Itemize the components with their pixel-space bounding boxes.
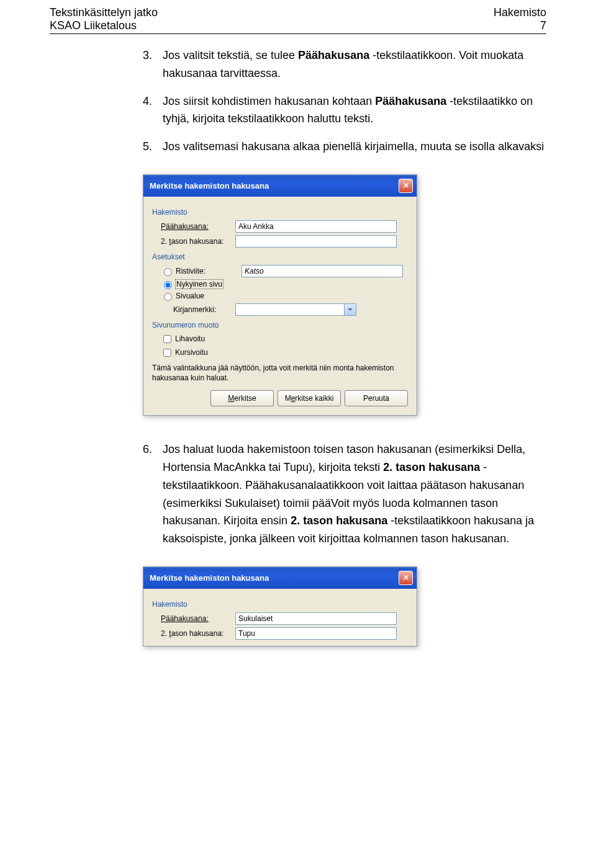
- combo-dropdown-button[interactable]: [344, 304, 356, 315]
- label-crossref: Ristiviite:: [176, 267, 242, 275]
- list-num-4: 4.: [143, 92, 163, 128]
- section-index: Hakemisto: [152, 208, 408, 217]
- bookmark-input[interactable]: [236, 304, 344, 315]
- close-button-2[interactable]: ✕: [399, 571, 413, 585]
- label-italic: Kursivoitu: [175, 348, 208, 357]
- list-item-3: 3. Jos valitsit tekstiä, se tulee Päähak…: [143, 47, 546, 83]
- label-second-entry-2: 2. tason hakusana:: [161, 629, 235, 638]
- dialog-description: Tämä valintaikkuna jää näyttöön, jotta v…: [152, 364, 408, 383]
- radio-page-range[interactable]: [164, 293, 172, 301]
- label-main-entry: Päähakusana:: [161, 222, 235, 231]
- dialog-title: Merkitse hakemiston hakusana: [150, 181, 269, 190]
- label-main-entry-2: Päähakusana:: [161, 614, 235, 623]
- list-num-6: 6.: [143, 441, 163, 548]
- label-current-page: Nykyinen sivu: [176, 280, 223, 289]
- header-right-2: 7: [494, 19, 546, 32]
- second-entry-input-2[interactable]: [235, 627, 397, 640]
- label-second-entry: 2. tason hakusana:: [161, 237, 235, 246]
- t4a: Jos siirsit kohdistimen hakusanan kohtaa…: [163, 95, 375, 107]
- checkbox-bold[interactable]: [163, 335, 171, 343]
- t4b: Päähakusana: [375, 95, 446, 107]
- t5: Jos valitsemasi hakusana alkaa pienellä …: [163, 138, 546, 156]
- bookmark-combo[interactable]: [235, 303, 356, 316]
- header-right-1: Hakemisto: [494, 6, 546, 19]
- list-num-5: 5.: [143, 138, 163, 156]
- close-icon-2: ✕: [403, 573, 409, 582]
- t6d: 2. tason hakusana: [291, 514, 387, 527]
- list-num-3: 3.: [143, 47, 163, 83]
- main-entry-input[interactable]: [235, 220, 397, 233]
- t3a: Jos valitsit tekstiä, se tulee: [163, 49, 298, 61]
- chevron-down-icon: [348, 308, 353, 311]
- radio-crossref[interactable]: [164, 268, 172, 276]
- radio-current-page[interactable]: [164, 281, 172, 289]
- dialog2-title: Merkitse hakemiston hakusana: [150, 573, 269, 583]
- label-bookmark: Kirjanmerkki:: [173, 305, 235, 314]
- section-pagenum: Sivunumeron muoto: [152, 321, 408, 329]
- crossref-input[interactable]: [242, 265, 403, 277]
- mark-button[interactable]: Merkitse: [210, 390, 274, 406]
- dialog2-titlebar: Merkitse hakemiston hakusana ✕: [143, 567, 417, 589]
- cancel-button[interactable]: Peruuta: [345, 390, 408, 406]
- section-settings: Asetukset: [152, 253, 408, 261]
- main-entry-input-2[interactable]: [235, 612, 397, 625]
- mark-index-entry-dialog-2: Merkitse hakemiston hakusana ✕ Hakemisto…: [143, 566, 417, 647]
- checkbox-italic[interactable]: [163, 349, 171, 357]
- page-header: Tekstinkäsittelyn jatko KSAO Liiketalous…: [50, 0, 546, 34]
- close-button[interactable]: ✕: [399, 179, 413, 193]
- mark-index-entry-dialog: Merkitse hakemiston hakusana ✕ Hakemisto…: [143, 174, 417, 416]
- second-entry-input[interactable]: [235, 235, 397, 248]
- dialog-titlebar: Merkitse hakemiston hakusana ✕: [143, 175, 417, 197]
- mark-all-button[interactable]: Merkitse kaikki: [278, 390, 341, 406]
- list-item-4: 4. Jos siirsit kohdistimen hakusanan koh…: [143, 92, 546, 128]
- t3b: Päähakusana: [298, 49, 369, 61]
- header-left-1: Tekstinkäsittelyn jatko: [50, 6, 158, 19]
- body-content: 3. Jos valitsit tekstiä, se tulee Päähak…: [50, 34, 546, 156]
- header-left-2: KSAO Liiketalous: [50, 19, 158, 32]
- section-index-2: Hakemisto: [152, 600, 408, 609]
- t6b: 2. tason hakusana: [383, 461, 480, 473]
- close-icon: ✕: [403, 181, 409, 190]
- list-item-6: 6. Jos haluat luoda hakemistoon toisen t…: [143, 441, 546, 548]
- label-page-range: Sivualue: [176, 292, 204, 300]
- list-item-5: 5. Jos valitsemasi hakusana alkaa pienel…: [143, 138, 546, 156]
- label-bold: Lihavoitu: [175, 334, 205, 343]
